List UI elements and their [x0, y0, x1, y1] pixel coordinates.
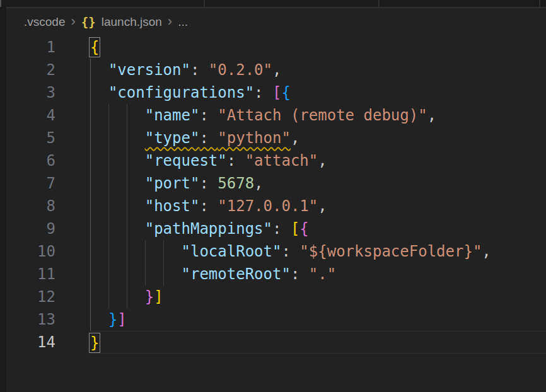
code-token: "${workspaceFolder}": [299, 243, 482, 260]
code-token: [90, 107, 145, 124]
code-token: "127.0.0.1": [218, 197, 318, 215]
code-token: "0.2.0": [209, 61, 272, 79]
code-line[interactable]: 1{: [6, 36, 546, 59]
code-token: :: [199, 175, 218, 192]
line-number[interactable]: 11: [6, 263, 55, 285]
line-number[interactable]: 10: [6, 240, 55, 263]
indent-guide: [127, 285, 127, 308]
breadcrumb-symbol[interactable]: ...: [178, 15, 188, 29]
line-number[interactable]: 13: [6, 308, 55, 331]
editor[interactable]: 1{2 "version": "0.2.0",3 "configurations…: [6, 36, 546, 354]
code-line[interactable]: 9 "pathMappings": [{: [6, 217, 546, 240]
indent-guide: [108, 263, 109, 285]
code-token: :: [254, 84, 272, 101]
code-token: "request": [145, 152, 227, 170]
active-indent-guide: [90, 217, 91, 240]
code-text: }]: [90, 285, 546, 308]
code-text: "request": "attach",: [90, 149, 546, 172]
line-number[interactable]: 14: [6, 331, 55, 354]
indent-guide: [108, 240, 109, 263]
code-token: [90, 129, 145, 147]
code-token: :: [227, 152, 245, 170]
indent-guide: [127, 195, 127, 217]
line-number[interactable]: 9: [6, 217, 55, 240]
code-token: [: [291, 220, 299, 238]
tab-separator: [378, 0, 380, 7]
indent-guide: [127, 104, 127, 127]
warning-squiggle: "type": "python": [145, 129, 291, 147]
code-text: "port": 5678,: [90, 172, 546, 195]
line-number[interactable]: 7: [6, 172, 55, 195]
tab-separator: [539, 0, 540, 7]
code-token: :: [199, 107, 218, 124]
active-indent-guide: [90, 263, 91, 285]
code-token: [90, 243, 182, 260]
line-number[interactable]: 8: [6, 195, 55, 217]
code-line[interactable]: 8 "host": "127.0.0.1",: [6, 195, 546, 217]
tab-bar[interactable]: [0, 0, 546, 7]
indent-guide: [145, 240, 146, 263]
code-token: "localRoot": [182, 243, 282, 260]
active-indent-guide: [90, 149, 91, 172]
line-number[interactable]: 1: [6, 36, 55, 59]
code-line[interactable]: 14}: [6, 331, 546, 354]
code-token: {: [281, 84, 290, 101]
code-line[interactable]: 13 }]: [6, 308, 546, 331]
code-text: }]: [90, 308, 546, 331]
line-number[interactable]: 12: [6, 285, 55, 308]
code-token: "pathMappings": [145, 220, 272, 238]
active-indent-guide: [90, 195, 91, 217]
window-edge: [0, 0, 1, 7]
breadcrumb-folder[interactable]: .vscode: [24, 15, 65, 29]
code-token: [90, 197, 145, 215]
code-line[interactable]: 6 "request": "attach",: [6, 149, 546, 172]
code-line[interactable]: 3 "configurations": [{: [6, 81, 546, 104]
breadcrumb: .vscode › {} launch.json › ...: [6, 8, 546, 36]
code-token: "port": [145, 175, 200, 192]
indent-guide: [108, 172, 109, 195]
code-token: [90, 152, 145, 170]
code-line[interactable]: 2 "version": "0.2.0",: [6, 59, 546, 81]
code-line[interactable]: 11 "remoteRoot": ".": [6, 263, 546, 285]
indent-guide: [108, 149, 109, 172]
code-token: ,: [482, 243, 491, 260]
code-token: :: [272, 220, 291, 238]
line-number[interactable]: 5: [6, 127, 55, 149]
bracket-match: }: [90, 334, 99, 352]
code-text: {: [90, 36, 546, 59]
code-token: ,: [318, 197, 327, 215]
code-token: ,: [427, 107, 436, 124]
indent-guide: [108, 104, 109, 127]
line-number[interactable]: 2: [6, 59, 55, 81]
code-line[interactable]: 4 "name": "Attach (remote debug)",: [6, 104, 546, 127]
breadcrumb-file[interactable]: launch.json: [102, 15, 162, 29]
code-token: ,: [272, 61, 281, 79]
code-token: :: [190, 61, 209, 79]
code-token: :: [281, 243, 299, 260]
code-token: ,: [291, 129, 299, 147]
line-number[interactable]: 3: [6, 81, 55, 104]
code-line[interactable]: 7 "port": 5678,: [6, 172, 546, 195]
code-line[interactable]: 10 "localRoot": "${workspaceFolder}",: [6, 240, 546, 263]
indent-guide: [127, 240, 127, 263]
code-token: [90, 265, 182, 283]
editor-lines: 1{2 "version": "0.2.0",3 "configurations…: [6, 36, 546, 354]
code-text: "name": "Attach (remote debug)",: [90, 104, 546, 127]
code-token: "attach": [245, 152, 318, 170]
code-token: "remoteRoot": [182, 265, 291, 283]
code-token: [: [272, 84, 281, 101]
indent-guide: [108, 127, 109, 149]
code-token: "version": [108, 61, 190, 79]
code-line[interactable]: 5 "type": "python",: [6, 127, 546, 149]
line-number[interactable]: 4: [6, 104, 55, 127]
active-indent-guide: [90, 127, 91, 149]
code-token: ,: [318, 152, 327, 170]
code-token: ,: [254, 175, 263, 192]
code-text: "configurations": [{: [90, 81, 546, 104]
code-text: "version": "0.2.0",: [90, 59, 546, 81]
line-number[interactable]: 6: [6, 149, 55, 172]
code-token: :: [199, 129, 218, 147]
code-token: [90, 84, 108, 101]
indent-guide: [163, 240, 164, 263]
code-line[interactable]: 12 }]: [6, 285, 546, 308]
